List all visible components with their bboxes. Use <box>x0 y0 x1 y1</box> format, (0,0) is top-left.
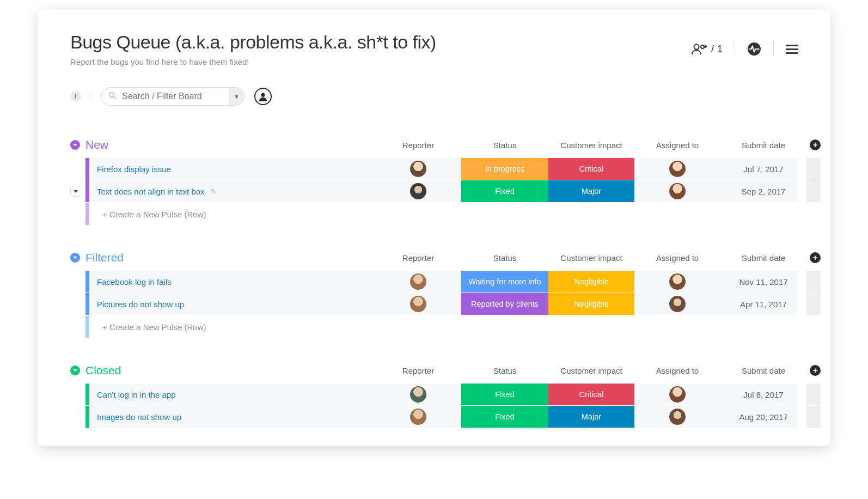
group-header: Closed Reporter Status Customer impact A… <box>70 364 798 377</box>
avatar <box>669 409 686 425</box>
group-title[interactable]: New <box>85 138 108 151</box>
row-name[interactable]: Text does not align in text box ✎ <box>89 187 216 196</box>
table-row[interactable]: Can't log in in the app Fixed Critical J… <box>85 384 798 406</box>
collapse-icon[interactable] <box>70 366 80 375</box>
reporter-cell[interactable] <box>375 409 461 425</box>
row-name[interactable]: Images do not show up <box>89 412 181 422</box>
group-title[interactable]: Closed <box>85 364 121 377</box>
row-tail <box>806 271 821 293</box>
table-row[interactable]: Pictures do not show up Reported by clie… <box>85 293 798 315</box>
impact-cell[interactable]: Negligible <box>548 293 634 315</box>
activity-log-button[interactable] <box>747 42 761 56</box>
date-cell[interactable]: Apr 11, 2017 <box>720 300 806 309</box>
table-row[interactable]: Images do not show up Fixed Major Aug 20… <box>85 406 798 428</box>
avatar <box>669 273 686 290</box>
table-row[interactable]: Text does not align in text box ✎ Fixed … <box>85 180 798 203</box>
status-cell[interactable]: Fixed <box>461 406 548 428</box>
collapse-icon[interactable] <box>70 140 80 150</box>
add-column-button[interactable]: + <box>810 252 821 263</box>
column-header-assigned[interactable]: Assigned to <box>634 253 720 263</box>
assigned-cell[interactable] <box>634 273 720 290</box>
add-column-button[interactable]: + <box>810 365 821 376</box>
member-count: 1 <box>717 44 723 55</box>
divider <box>735 42 735 56</box>
rows-container: Facebook log in fails Waiting for more i… <box>70 271 798 338</box>
column-header-date[interactable]: Submit date <box>720 141 806 150</box>
reporter-cell[interactable] <box>375 273 461 290</box>
invite-members-button[interactable]: /1 <box>692 43 723 55</box>
date-cell[interactable]: Jul 8, 2017 <box>720 390 806 399</box>
reporter-cell[interactable] <box>375 183 461 199</box>
assigned-cell[interactable] <box>634 296 720 312</box>
row-tail <box>806 384 821 405</box>
avatar <box>669 161 686 177</box>
info-button[interactable]: I <box>70 91 81 102</box>
status-cell[interactable]: Fixed <box>461 384 548 405</box>
column-header-reporter[interactable]: Reporter <box>375 366 461 375</box>
menu-button[interactable] <box>786 43 798 55</box>
group-closed: Closed Reporter Status Customer impact A… <box>70 364 798 428</box>
column-header-date[interactable]: Submit date <box>720 366 806 375</box>
collapse-icon[interactable] <box>70 253 80 263</box>
search-dropdown-button[interactable]: ▼ <box>229 88 244 105</box>
assigned-cell[interactable] <box>634 409 720 425</box>
impact-cell[interactable]: Critical <box>548 158 634 180</box>
row-name[interactable]: Firefox display issue <box>89 165 171 174</box>
top-actions: /1 <box>692 42 798 56</box>
reporter-cell[interactable] <box>375 161 461 177</box>
column-header-status[interactable]: Status <box>461 253 548 263</box>
create-row[interactable]: + Create a New Pulse (Row) <box>85 203 798 225</box>
impact-cell[interactable]: Major <box>548 406 634 428</box>
table-row[interactable]: Facebook log in fails Waiting for more i… <box>85 271 798 293</box>
row-name[interactable]: Can't log in in the app <box>89 390 176 399</box>
group-color-bar <box>85 384 89 405</box>
status-cell[interactable]: Fixed <box>461 180 548 202</box>
row-tail <box>806 293 821 315</box>
date-cell[interactable]: Jul 7, 2017 <box>720 165 806 174</box>
search-input[interactable] <box>120 88 229 105</box>
impact-cell[interactable]: Negligible <box>548 271 634 293</box>
status-cell[interactable]: In progress <box>461 158 548 180</box>
svg-line-9 <box>114 96 116 99</box>
svg-rect-5 <box>786 45 798 46</box>
assigned-cell[interactable] <box>634 161 720 177</box>
date-cell[interactable]: Sep 2, 2017 <box>720 187 806 196</box>
column-header-status[interactable]: Status <box>461 366 548 375</box>
avatar <box>669 386 686 403</box>
create-pulse-text: + Create a New Pulse (Row) <box>89 210 206 219</box>
date-cell[interactable]: Aug 20, 2017 <box>720 412 806 422</box>
table-row[interactable]: Firefox display issue In progress Critic… <box>85 158 798 180</box>
assigned-cell[interactable] <box>634 386 720 403</box>
add-column-button[interactable]: + <box>810 139 821 150</box>
filter-person-button[interactable] <box>254 88 272 105</box>
column-header-assigned[interactable]: Assigned to <box>634 141 720 150</box>
column-header-impact[interactable]: Customer impact <box>548 141 634 150</box>
divider <box>773 42 774 56</box>
impact-cell[interactable]: Critical <box>548 384 634 405</box>
column-header-reporter[interactable]: Reporter <box>375 253 461 263</box>
column-header-assigned[interactable]: Assigned to <box>634 366 720 375</box>
assigned-cell[interactable] <box>634 183 720 199</box>
row-name[interactable]: Pictures do not show up <box>89 300 184 309</box>
reporter-cell[interactable] <box>375 296 461 312</box>
group-title[interactable]: Filtered <box>85 251 124 264</box>
group-new: New Reporter Status Customer impact Assi… <box>70 138 798 225</box>
status-cell[interactable]: Waiting for more info <box>461 271 548 293</box>
group-color-bar <box>85 158 89 180</box>
row-expand-button[interactable] <box>70 186 81 197</box>
people-icon <box>692 43 708 55</box>
column-header-reporter[interactable]: Reporter <box>375 141 461 150</box>
status-cell[interactable]: Reported by clients <box>461 293 548 315</box>
group-filtered: Filtered Reporter Status Customer impact… <box>70 251 798 338</box>
row-name[interactable]: Facebook log in fails <box>89 277 172 287</box>
column-header-impact[interactable]: Customer impact <box>548 253 634 263</box>
reporter-cell[interactable] <box>375 386 461 403</box>
column-header-impact[interactable]: Customer impact <box>548 366 634 375</box>
date-cell[interactable]: Nov 11, 2017 <box>720 277 806 287</box>
edit-icon[interactable]: ✎ <box>210 187 216 196</box>
impact-cell[interactable]: Major <box>548 180 634 202</box>
create-row[interactable]: + Create a New Pulse (Row) <box>85 315 798 338</box>
svg-rect-6 <box>786 48 798 50</box>
column-header-status[interactable]: Status <box>461 141 548 150</box>
column-header-date[interactable]: Submit date <box>720 253 806 263</box>
